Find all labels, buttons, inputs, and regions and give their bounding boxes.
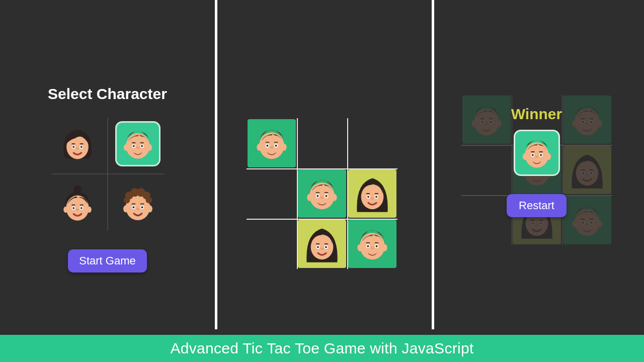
board-cell[interactable] <box>347 219 397 269</box>
panel-winner: Winner Restart <box>429 0 644 362</box>
footer-title: Advanced Tic Tac Toe Game with JavaScrip… <box>170 340 473 357</box>
start-game-button[interactable]: Start Game <box>68 249 146 273</box>
board-cell[interactable] <box>247 219 297 269</box>
avatar-icon <box>58 185 97 224</box>
avatar-icon <box>518 134 555 171</box>
winner-avatar-tile <box>514 130 560 176</box>
board-cell[interactable] <box>247 118 297 168</box>
board-cell[interactable] <box>347 168 397 219</box>
panel-divider <box>215 0 217 329</box>
character-option-woman-short-bob[interactable] <box>47 114 108 174</box>
game-board <box>247 118 397 269</box>
footer-banner: Advanced Tic Tac Toe Game with JavaScrip… <box>0 335 644 362</box>
character-select-grid <box>47 114 168 234</box>
panel-select-character: Select Character Start Game <box>0 0 215 362</box>
panel-game-board <box>215 0 429 362</box>
avatar-icon <box>252 124 291 163</box>
avatar-icon <box>119 125 156 162</box>
restart-button[interactable]: Restart <box>507 194 567 217</box>
avatar-icon <box>118 185 157 224</box>
board-cell[interactable] <box>297 168 347 219</box>
panel-divider <box>432 0 434 329</box>
character-option-man-curly-brown[interactable] <box>108 174 168 234</box>
character-option-man-short-brown[interactable] <box>108 114 168 174</box>
select-character-title: Select Character <box>0 85 215 103</box>
board-cell[interactable] <box>297 118 347 168</box>
avatar-icon <box>302 174 342 213</box>
board-cell[interactable] <box>347 118 397 168</box>
avatar-icon <box>58 124 97 163</box>
character-option-woman-bun[interactable] <box>47 174 108 234</box>
avatar-icon <box>302 224 342 264</box>
board-cell[interactable] <box>247 168 297 219</box>
avatar-icon <box>353 224 392 263</box>
winner-title: Winner <box>429 106 644 123</box>
board-cell[interactable] <box>297 219 347 269</box>
avatar-icon <box>352 173 392 214</box>
